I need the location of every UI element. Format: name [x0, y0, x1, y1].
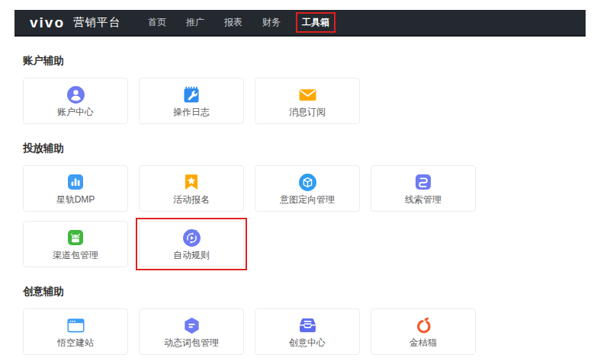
card-label: 操作日志 [173, 107, 210, 117]
card-wukong-sitebuilder[interactable]: 悟空建站 [23, 308, 128, 355]
card-label: 账户中心 [57, 107, 94, 117]
card-label: 星轨DMP [56, 195, 95, 204]
route-path-icon [414, 173, 432, 192]
card-label: 活动报名 [173, 195, 210, 204]
section-title-creative: 创意辅助 [23, 285, 586, 299]
account-card-grid: 账户中心 操作日志 [23, 78, 586, 124]
card-channel-package[interactable]: 渠道包管理 [23, 221, 128, 267]
card-label: 消息订阅 [289, 107, 326, 117]
wrench-log-icon [182, 85, 201, 104]
nav-item-toolbox[interactable]: 工具箱 [296, 12, 336, 33]
envelope-icon [298, 85, 317, 104]
card-label: 线索管理 [405, 195, 441, 204]
nav-item-home[interactable]: 首页 [143, 13, 171, 32]
bar-chart-icon [66, 173, 85, 192]
card-intent-targeting[interactable]: 意图定向管理 [255, 165, 360, 212]
inbox-tray-icon [298, 316, 317, 335]
card-message-subscription[interactable]: 消息订阅 [255, 78, 360, 124]
toolbox-page: 账户辅助 账户中心 [0, 54, 594, 364]
card-label: 渠道包管理 [53, 251, 98, 260]
card-operation-log[interactable]: 操作日志 [139, 78, 244, 124]
platform-title: 营销平台 [73, 15, 120, 30]
android-icon [66, 228, 85, 247]
card-creative-center[interactable]: 创意中心 [255, 308, 360, 355]
nav-item-finance[interactable]: 财务 [258, 13, 285, 32]
top-navbar: vivo 营销平台 首页 推广 报表 财务 工具箱 [14, 10, 586, 37]
section-title-delivery: 投放辅助 [23, 142, 586, 155]
browser-window-icon [66, 316, 85, 335]
hexagon-lines-icon [182, 316, 201, 335]
user-avatar-icon [66, 85, 85, 104]
auto-rules-highlight-box: 自动规则 [136, 218, 247, 270]
card-activity-signup[interactable]: 活动报名 [139, 165, 244, 212]
card-label: 意图定向管理 [280, 195, 335, 204]
card-label: 创意中心 [289, 338, 326, 347]
card-label: 自动规则 [173, 251, 210, 260]
section-title-account: 账户辅助 [23, 54, 586, 68]
nav-item-promotion[interactable]: 推广 [181, 13, 209, 32]
main-menu: 首页 推广 报表 财务 工具箱 [143, 12, 336, 33]
card-golden-kumquat-cat[interactable]: 金桔猫 [371, 308, 476, 355]
auto-refresh-play-icon [182, 228, 201, 247]
vivo-logo: vivo [30, 15, 65, 30]
card-star-track-dmp[interactable]: 星轨DMP [23, 165, 128, 212]
card-account-center[interactable]: 账户中心 [23, 78, 128, 124]
cube-circle-icon [298, 173, 317, 192]
card-label: 悟空建站 [57, 338, 94, 347]
kumquat-fruit-icon [414, 316, 433, 335]
card-auto-rules[interactable]: 自动规则 [139, 221, 244, 267]
star-bookmark-icon [182, 173, 201, 192]
nav-item-reports[interactable]: 报表 [220, 13, 247, 32]
card-leads-management[interactable]: 线索管理 [371, 165, 476, 212]
creative-card-grid: 悟空建站 动态词包管理 创意中心 [23, 308, 586, 364]
card-label: 动态词包管理 [164, 338, 219, 347]
card-label: 金桔猫 [409, 338, 437, 347]
card-dynamic-wordpack[interactable]: 动态词包管理 [139, 308, 244, 355]
delivery-card-grid: 星轨DMP 活动报名 意图定向管理 [23, 165, 586, 267]
